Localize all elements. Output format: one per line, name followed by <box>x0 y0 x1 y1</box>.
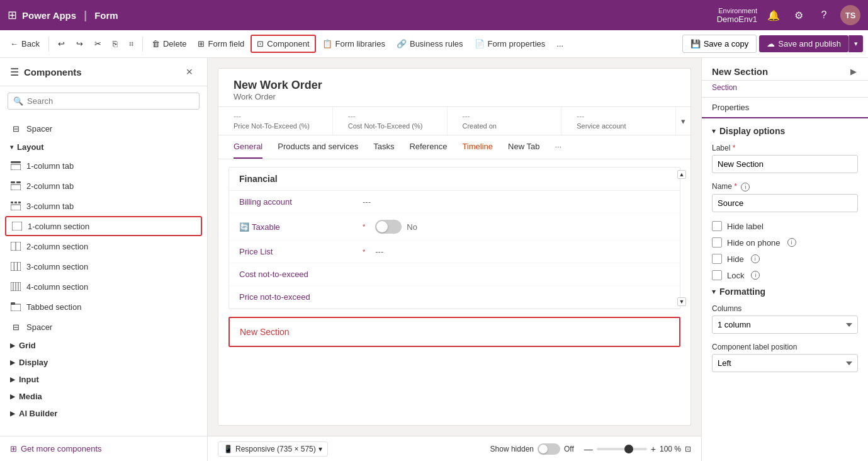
1col-section-item[interactable]: 1-column section <box>5 216 202 236</box>
3col-tab-icon <box>10 200 21 212</box>
taxable-field: 🔄 Taxable * No <box>229 213 680 241</box>
zoom-out-icon[interactable]: — <box>584 444 593 454</box>
responsive-button[interactable]: 📱 Responsive (735 × 575) ▾ <box>218 441 328 457</box>
zoom-in-icon[interactable]: + <box>651 444 656 454</box>
save-copy-icon: 💾 <box>690 39 701 48</box>
hide-label-checkbox[interactable] <box>712 221 722 231</box>
tab-new-tab[interactable]: New Tab <box>508 135 539 159</box>
cost-not-exceed-field: Cost not-to-exceed <box>229 263 680 286</box>
name-field-group: Name * i <box>712 182 858 212</box>
search-input[interactable] <box>27 96 194 106</box>
spacer-item[interactable]: ⊟ Spacer <box>0 317 207 337</box>
delete-button[interactable]: 🗑 Delete <box>147 36 192 52</box>
hide-on-phone-info-icon[interactable]: i <box>787 238 796 247</box>
svg-rect-20 <box>11 302 15 305</box>
layout-section-header[interactable]: ▾ Layout <box>0 139 207 156</box>
redo-button[interactable]: ↪ <box>71 36 88 52</box>
tab-timeline[interactable]: Timeline <box>462 135 493 159</box>
back-icon: ← <box>10 39 18 48</box>
new-section-box[interactable]: New Section <box>228 317 680 347</box>
save-publish-button[interactable]: ☁ Save and publish <box>759 35 848 52</box>
main-layout: ☰ Components ✕ 🔍 ⊟ Spacer ▾ Layout <box>0 58 868 461</box>
grid-section-header[interactable]: ▶ Grid <box>0 337 207 354</box>
display-section-header[interactable]: ▶ Display <box>0 354 207 371</box>
component-button[interactable]: ⊡ Component <box>251 35 315 53</box>
form-libraries-button[interactable]: 📋 Form libraries <box>317 36 390 52</box>
more-toolbar-button[interactable]: ... <box>551 36 568 52</box>
environment-info: Environment DemoEnv1 <box>717 7 757 24</box>
taxable-toggle[interactable] <box>375 220 402 234</box>
2col-tab-item[interactable]: 2-column tab <box>0 176 207 196</box>
1col-tab-item[interactable]: 1-column tab <box>0 156 207 176</box>
business-rules-button[interactable]: 🔗 Business rules <box>392 36 468 52</box>
search-box[interactable]: 🔍 <box>8 93 200 110</box>
fit-screen-icon[interactable]: ⊡ <box>685 445 691 453</box>
zoom-slider[interactable] <box>597 448 647 450</box>
4col-section-item[interactable]: 4-column section <box>0 276 207 297</box>
copy-button[interactable]: ⎘ <box>108 36 123 52</box>
input-collapse-icon: ▶ <box>10 376 15 383</box>
tab-tasks[interactable]: Tasks <box>373 135 394 159</box>
hide-checkbox[interactable] <box>712 254 722 264</box>
settings-icon[interactable]: ⚙ <box>790 6 808 24</box>
form-properties-button[interactable]: 📄 Form properties <box>470 36 551 52</box>
section-scroll-up[interactable]: ▲ <box>677 170 686 179</box>
notification-icon[interactable]: 🔔 <box>765 6 782 24</box>
ai-builder-section-header[interactable]: ▶ AI Builder <box>0 405 207 422</box>
copy-icon: ⎘ <box>113 39 118 48</box>
tabbed-section-item[interactable]: Tabbed section <box>0 297 207 317</box>
3col-tab-item[interactable]: 3-column tab <box>0 196 207 216</box>
formatting-section-header[interactable]: ▾ Formatting <box>712 287 858 297</box>
hide-label-checkbox-row[interactable]: Hide label <box>712 221 858 231</box>
paste-button[interactable]: ⌗ <box>124 36 138 52</box>
help-icon[interactable]: ? <box>815 6 833 24</box>
panel-menu-icon[interactable]: ☰ <box>10 66 19 78</box>
show-hidden-toggle[interactable] <box>538 443 560 455</box>
properties-tab[interactable]: Properties <box>712 98 749 118</box>
label-field-label: Label * <box>712 144 858 152</box>
component-label-position-select[interactable]: Left Right Top <box>712 354 858 372</box>
tab-general[interactable]: General <box>234 135 262 159</box>
undo-button[interactable]: ↩ <box>53 36 70 52</box>
save-copy-button[interactable]: 💾 Save a copy <box>682 35 757 53</box>
hide-on-phone-checkbox[interactable] <box>712 237 722 248</box>
tab-more-button[interactable]: ··· <box>555 135 561 159</box>
left-panel-close-icon[interactable]: ✕ <box>182 65 197 78</box>
label-field-input[interactable] <box>712 155 858 173</box>
name-info-icon[interactable]: i <box>741 183 750 191</box>
form-field-button[interactable]: ⊞ Form field <box>193 36 249 52</box>
lock-checkbox-row[interactable]: Lock i <box>712 270 858 280</box>
display-collapse-icon: ▶ <box>10 359 15 366</box>
apps-grid-icon[interactable]: ⊞ <box>8 8 17 22</box>
avatar[interactable]: TS <box>840 5 860 25</box>
lock-checkbox[interactable] <box>712 270 722 280</box>
columns-select[interactable]: 1 column 2 columns 3 columns 4 columns <box>712 316 858 334</box>
hide-info-icon[interactable]: i <box>751 254 760 263</box>
lock-info-icon[interactable]: i <box>751 271 760 280</box>
hide-on-phone-checkbox-row[interactable]: Hide on phone i <box>712 237 858 248</box>
get-more-components-button[interactable]: ⊞ Get more components <box>10 441 197 456</box>
hide-checkbox-row[interactable]: Hide i <box>712 254 858 264</box>
2col-section-item[interactable]: 2-column section <box>0 236 207 256</box>
back-button[interactable]: ← Back <box>5 36 45 52</box>
media-section-header[interactable]: ▶ Media <box>0 388 207 405</box>
search-icon: 🔍 <box>13 96 23 106</box>
cost-not-exceed-label: Cost not-to-exceed <box>239 270 352 279</box>
tab-products-services[interactable]: Products and services <box>278 135 358 159</box>
price-not-exceed-label: Price not-to-exceed <box>239 292 352 302</box>
price-list-value[interactable]: --- <box>375 247 670 256</box>
save-publish-dropdown-button[interactable]: ▾ <box>848 35 863 52</box>
section-scroll-down[interactable]: ▼ <box>677 297 686 306</box>
tab-reference[interactable]: Reference <box>409 135 447 159</box>
billing-account-value[interactable]: --- <box>363 197 670 207</box>
toolbar-divider1 <box>48 37 49 52</box>
cut-button[interactable]: ✂ <box>89 36 106 52</box>
expand-icon[interactable]: ▾ <box>676 107 690 135</box>
input-section-header[interactable]: ▶ Input <box>0 371 207 388</box>
display-options-section[interactable]: ▾ Display options <box>712 126 858 136</box>
name-field-input[interactable] <box>712 194 858 212</box>
right-panel-expand-icon[interactable]: ▶ <box>849 65 858 77</box>
spacer-top-item[interactable]: ⊟ Spacer <box>0 118 207 139</box>
svg-rect-19 <box>11 304 21 311</box>
3col-section-item[interactable]: 3-column section <box>0 256 207 276</box>
